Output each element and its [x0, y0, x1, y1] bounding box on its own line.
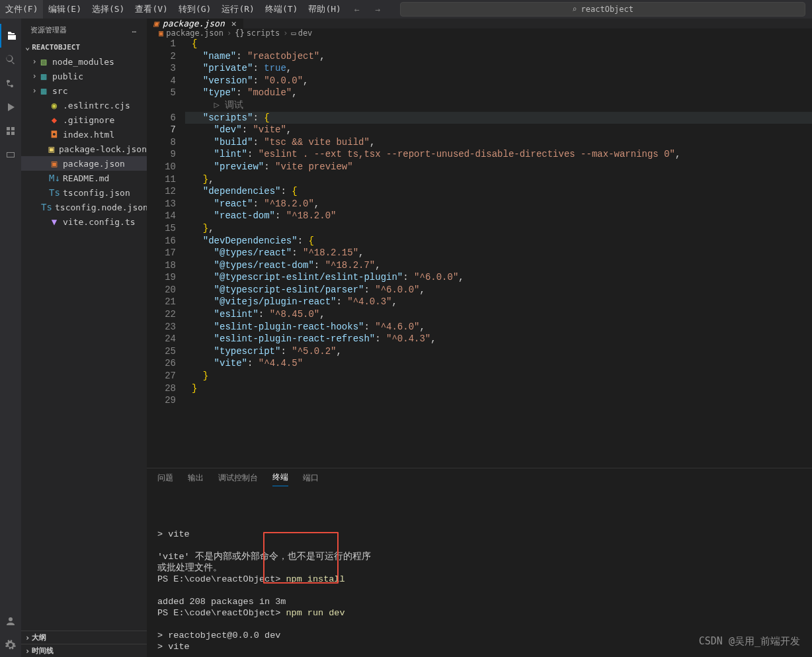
terminal-line: > vite: [157, 529, 801, 540]
file-name: index.html: [63, 130, 114, 140]
terminal-line: PS E:\code\reactObject> npm install: [157, 574, 801, 585]
file-tree: ›▧node_modules›▩public›▩src◉.eslintrc.cj…: [21, 53, 147, 631]
menu-item[interactable]: 查看(V): [130, 0, 173, 19]
file-name: node_modules: [52, 57, 114, 67]
sidebar-more-icon[interactable]: …: [132, 26, 138, 34]
file-name: src: [52, 86, 67, 96]
file-row[interactable]: ◉.eslintrc.cjs: [21, 98, 147, 112]
file-row[interactable]: ◆.gitignore: [21, 112, 147, 127]
menu-item[interactable]: 文件(F): [0, 0, 43, 19]
run-debug-icon[interactable]: [0, 95, 21, 119]
remote-icon[interactable]: [0, 143, 21, 167]
file-name: public: [52, 71, 83, 81]
search-icon[interactable]: [0, 48, 21, 71]
account-icon[interactable]: [0, 609, 21, 633]
terminal-line: PS E:\code\reactObject> npm run dev: [157, 607, 801, 619]
extensions-icon[interactable]: [0, 119, 21, 143]
menu-item[interactable]: 帮助(H): [303, 0, 346, 19]
menu-item[interactable]: 选择(S): [87, 0, 130, 19]
tabbar: ▣ package.json ✕: [147, 19, 812, 28]
file-name: vite.config.ts: [63, 217, 136, 227]
json-icon: ▣: [47, 144, 56, 154]
terminal-line: [157, 540, 801, 551]
menubar: 文件(F)编辑(E)选择(S)查看(V)转到(G)运行(R)终端(T)帮助(H)…: [0, 0, 812, 19]
title-search[interactable]: ⌕ reactObject: [400, 2, 805, 17]
chevron-right-icon: ›: [30, 57, 38, 66]
terminal[interactable]: > vite 'vite' 不是内部或外部命令，也不是可运行的程序或批处理文件。…: [147, 490, 812, 657]
menu-item[interactable]: 终端(T): [260, 0, 303, 19]
close-icon[interactable]: ✕: [231, 19, 237, 28]
pkg-icon: ▣: [49, 158, 60, 169]
src-icon: ▩: [38, 85, 49, 96]
menu-item[interactable]: 编辑(E): [43, 0, 86, 19]
file-row[interactable]: ▣package-lock.json: [21, 142, 147, 156]
bottom-panel: 问题输出调试控制台终端端口 > vite 'vite' 不是内部或外部命令，也不…: [147, 468, 812, 657]
file-row[interactable]: Tstsconfig.node.json: [21, 200, 147, 214]
settings-gear-icon[interactable]: [0, 633, 21, 657]
chevron-down-icon: ⌄: [25, 42, 30, 52]
folder-row[interactable]: ›▧node_modules: [21, 54, 147, 69]
tab-package-json[interactable]: ▣ package.json ✕: [147, 19, 244, 28]
source-control-icon[interactable]: [0, 71, 21, 95]
menu-item[interactable]: 运行(R): [216, 0, 259, 19]
nav-arrows[interactable]: ← →: [346, 5, 393, 15]
folder-row[interactable]: ›▩public: [21, 69, 147, 83]
chevron-right-icon: ›: [30, 71, 38, 81]
file-name: tsconfig.node.json: [55, 202, 147, 212]
folder-name: REACTOBJECT: [32, 43, 80, 52]
svg-point-0: [9, 617, 13, 621]
md-icon: M↓: [49, 173, 60, 183]
code-editor[interactable]: 1234567891011121314151617181920212223242…: [147, 38, 812, 468]
terminal-line: 'vite' 不是内部或外部命令，也不是可运行的程序: [157, 551, 801, 562]
terminal-line: 或批处理文件。: [157, 562, 801, 574]
panel-tab[interactable]: 调试控制台: [218, 472, 258, 486]
git-icon: ◆: [49, 114, 60, 125]
chevron-right-icon: ›: [30, 86, 38, 95]
folder-section-header[interactable]: ⌄ REACTOBJECT: [21, 41, 147, 53]
menu-item[interactable]: 转到(G): [173, 0, 216, 19]
chevron-right-icon: ›: [25, 633, 30, 642]
ts-icon: Ts: [49, 187, 60, 198]
node_modules-icon: ▧: [38, 56, 49, 67]
title-search-text: reactObject: [581, 5, 633, 14]
panel-tab[interactable]: 端口: [303, 472, 319, 486]
json-icon: ▣: [153, 19, 159, 28]
file-name: .eslintrc.cjs: [63, 101, 130, 110]
file-row[interactable]: ▣package.json: [21, 156, 147, 171]
file-row[interactable]: ◘index.html: [21, 127, 147, 142]
file-row[interactable]: Tstsconfig.json: [21, 185, 147, 200]
breadcrumb[interactable]: ▣package.json › {}scripts › ▭dev: [147, 28, 812, 38]
file-name: .gitignore: [63, 115, 114, 125]
terminal-line: [157, 585, 801, 596]
highlight-box: [263, 532, 339, 584]
panel-tab[interactable]: 输出: [188, 472, 204, 486]
editor-area: ▣ package.json ✕ ▣package.json › {}scrip…: [147, 19, 812, 657]
timeline-section[interactable]: › 时间线: [21, 644, 147, 657]
sidebar: 资源管理器 … ⌄ REACTOBJECT ›▧node_modules›▩pu…: [21, 19, 147, 657]
file-row[interactable]: M↓README.md: [21, 171, 147, 185]
file-name: README.md: [63, 173, 109, 183]
file-name: package.json: [63, 159, 125, 169]
explorer-icon[interactable]: [0, 24, 21, 48]
watermark: CSDN @吴用_前端开发: [699, 635, 800, 648]
file-name: tsconfig.json: [63, 188, 130, 198]
panel-tabs: 问题输出调试控制台终端端口: [147, 468, 812, 490]
html-icon: ◘: [49, 129, 60, 140]
json-icon: ▣: [159, 28, 163, 38]
ts-icon: Ts: [41, 202, 52, 212]
vite-icon: ▼: [49, 216, 60, 227]
file-name: package-lock.json: [59, 144, 147, 154]
terminal-line: added 208 packages in 3m: [157, 596, 801, 607]
js-icon: ◉: [49, 100, 60, 110]
panel-tab[interactable]: 终端: [272, 472, 288, 486]
folder-row[interactable]: ›▩src: [21, 83, 147, 98]
file-row[interactable]: ▼vite.config.ts: [21, 214, 147, 229]
panel-tab[interactable]: 问题: [157, 472, 173, 486]
sidebar-title: 资源管理器: [30, 25, 67, 35]
activity-bar: [0, 19, 21, 657]
public-icon: ▩: [38, 71, 49, 81]
tab-label: package.json: [163, 19, 225, 28]
search-icon: ⌕: [572, 5, 577, 14]
terminal-line: [157, 619, 801, 630]
outline-section[interactable]: › 大纲: [21, 631, 147, 644]
